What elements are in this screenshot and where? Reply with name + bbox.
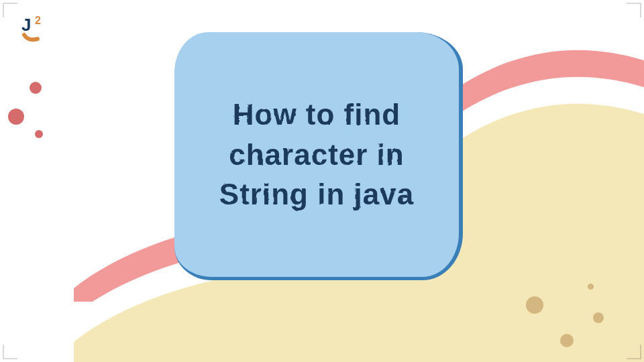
decorative-dot	[30, 82, 42, 94]
decorative-dot	[8, 109, 24, 125]
svg-text:J: J	[21, 15, 31, 35]
hero-blob: How to find character in String in java	[174, 32, 463, 280]
decorative-dot	[526, 296, 543, 314]
decorative-dot	[588, 284, 594, 290]
hero-title: How to find character in String in java	[201, 95, 432, 214]
svg-text:2: 2	[35, 15, 41, 26]
decorative-dot	[560, 334, 574, 347]
decorative-dot	[593, 312, 604, 323]
decorative-dot	[35, 130, 43, 138]
site-logo: J 2	[19, 12, 51, 44]
